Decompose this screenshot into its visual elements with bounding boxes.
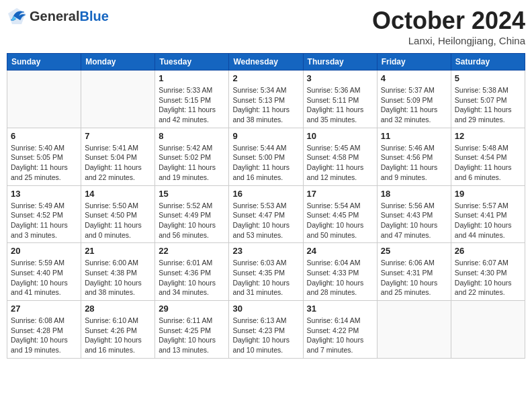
day-number: 25 (381, 246, 447, 256)
day-number: 13 (11, 189, 77, 199)
day-number: 2 (232, 73, 299, 83)
calendar-cell (7, 71, 81, 128)
day-info: Sunrise: 5:45 AM Sunset: 4:58 PM Dayligh… (307, 143, 373, 183)
weekday-header-row: SundayMondayTuesdayWednesdayThursdayFrid… (7, 54, 525, 71)
day-number: 5 (455, 73, 521, 83)
calendar-cell: 10Sunrise: 5:45 AM Sunset: 4:58 PM Dayli… (303, 128, 377, 185)
day-info: Sunrise: 5:56 AM Sunset: 4:43 PM Dayligh… (381, 201, 447, 240)
day-info: Sunrise: 6:04 AM Sunset: 4:33 PM Dayligh… (307, 258, 373, 298)
day-number: 17 (307, 189, 373, 199)
calendar-table: SundayMondayTuesdayWednesdayThursdayFrid… (7, 53, 525, 359)
day-info: Sunrise: 5:38 AM Sunset: 5:07 PM Dayligh… (455, 85, 521, 125)
calendar-cell: 23Sunrise: 6:03 AM Sunset: 4:35 PM Dayli… (229, 243, 303, 301)
title-block: October 2024 Lanxi, Heilongjiang, China (372, 7, 525, 46)
calendar-cell: 8Sunrise: 5:42 AM Sunset: 5:02 PM Daylig… (155, 128, 229, 185)
day-number: 18 (381, 189, 447, 199)
calendar-cell: 5Sunrise: 5:38 AM Sunset: 5:07 PM Daylig… (451, 71, 525, 128)
day-number: 3 (307, 73, 373, 83)
calendar-week-5: 27Sunrise: 6:08 AM Sunset: 4:28 PM Dayli… (7, 301, 525, 359)
calendar-week-4: 20Sunrise: 5:59 AM Sunset: 4:40 PM Dayli… (7, 243, 525, 301)
day-number: 22 (159, 246, 225, 256)
day-info: Sunrise: 6:10 AM Sunset: 4:26 PM Dayligh… (85, 316, 151, 355)
calendar-cell: 17Sunrise: 5:54 AM Sunset: 4:45 PM Dayli… (303, 185, 377, 243)
month-title: October 2024 (372, 7, 525, 35)
weekday-header-friday: Friday (377, 54, 451, 71)
day-number: 20 (11, 246, 77, 256)
day-number: 9 (232, 131, 299, 141)
day-info: Sunrise: 5:53 AM Sunset: 4:47 PM Dayligh… (232, 201, 299, 240)
day-info: Sunrise: 6:03 AM Sunset: 4:35 PM Dayligh… (232, 258, 299, 298)
location: Lanxi, Heilongjiang, China (372, 35, 525, 46)
weekday-header-sunday: Sunday (7, 54, 81, 71)
day-info: Sunrise: 5:59 AM Sunset: 4:40 PM Dayligh… (11, 258, 77, 298)
day-info: Sunrise: 6:14 AM Sunset: 4:22 PM Dayligh… (307, 316, 373, 355)
calendar-cell: 1Sunrise: 5:33 AM Sunset: 5:15 PM Daylig… (155, 71, 229, 128)
day-number: 7 (85, 131, 151, 141)
day-info: Sunrise: 5:41 AM Sunset: 5:04 PM Dayligh… (85, 143, 151, 183)
weekday-header-saturday: Saturday (451, 54, 525, 71)
calendar-week-1: 1Sunrise: 5:33 AM Sunset: 5:15 PM Daylig… (7, 71, 525, 128)
calendar-cell: 7Sunrise: 5:41 AM Sunset: 5:04 PM Daylig… (81, 128, 155, 185)
day-number: 28 (85, 304, 151, 314)
calendar-cell: 11Sunrise: 5:46 AM Sunset: 4:56 PM Dayli… (377, 128, 451, 185)
day-number: 21 (85, 246, 151, 256)
calendar-cell: 14Sunrise: 5:50 AM Sunset: 4:50 PM Dayli… (81, 185, 155, 243)
logo: GeneralBlue (7, 7, 109, 26)
calendar-cell (377, 301, 451, 359)
calendar-cell: 19Sunrise: 5:57 AM Sunset: 4:41 PM Dayli… (451, 185, 525, 243)
weekday-header-monday: Monday (81, 54, 155, 71)
calendar-cell: 16Sunrise: 5:53 AM Sunset: 4:47 PM Dayli… (229, 185, 303, 243)
calendar-cell: 24Sunrise: 6:04 AM Sunset: 4:33 PM Dayli… (303, 243, 377, 301)
calendar-cell: 28Sunrise: 6:10 AM Sunset: 4:26 PM Dayli… (81, 301, 155, 359)
day-number: 11 (381, 131, 447, 141)
day-info: Sunrise: 5:46 AM Sunset: 4:56 PM Dayligh… (381, 143, 447, 183)
day-number: 8 (159, 131, 225, 141)
calendar-cell: 13Sunrise: 5:49 AM Sunset: 4:52 PM Dayli… (7, 185, 81, 243)
calendar-cell: 29Sunrise: 6:11 AM Sunset: 4:25 PM Dayli… (155, 301, 229, 359)
calendar-cell: 21Sunrise: 6:00 AM Sunset: 4:38 PM Dayli… (81, 243, 155, 301)
weekday-header-tuesday: Tuesday (155, 54, 229, 71)
day-info: Sunrise: 5:37 AM Sunset: 5:09 PM Dayligh… (381, 85, 447, 125)
calendar-cell: 9Sunrise: 5:44 AM Sunset: 5:00 PM Daylig… (229, 128, 303, 185)
day-info: Sunrise: 5:40 AM Sunset: 5:05 PM Dayligh… (11, 143, 77, 183)
day-info: Sunrise: 5:50 AM Sunset: 4:50 PM Dayligh… (85, 201, 151, 240)
day-info: Sunrise: 5:36 AM Sunset: 5:11 PM Dayligh… (307, 85, 373, 125)
day-number: 15 (159, 189, 225, 199)
calendar-cell: 4Sunrise: 5:37 AM Sunset: 5:09 PM Daylig… (377, 71, 451, 128)
day-number: 23 (232, 246, 299, 256)
day-info: Sunrise: 5:34 AM Sunset: 5:13 PM Dayligh… (232, 85, 299, 125)
weekday-header-wednesday: Wednesday (229, 54, 303, 71)
day-number: 27 (11, 304, 77, 314)
weekday-header-thursday: Thursday (303, 54, 377, 71)
day-info: Sunrise: 5:44 AM Sunset: 5:00 PM Dayligh… (232, 143, 299, 183)
day-info: Sunrise: 6:01 AM Sunset: 4:36 PM Dayligh… (159, 258, 225, 298)
calendar-cell: 26Sunrise: 6:07 AM Sunset: 4:30 PM Dayli… (451, 243, 525, 301)
day-number: 30 (232, 304, 299, 314)
day-number: 4 (381, 73, 447, 83)
calendar-cell: 25Sunrise: 6:06 AM Sunset: 4:31 PM Dayli… (377, 243, 451, 301)
day-info: Sunrise: 5:57 AM Sunset: 4:41 PM Dayligh… (455, 201, 521, 240)
day-info: Sunrise: 6:06 AM Sunset: 4:31 PM Dayligh… (381, 258, 447, 298)
calendar-cell: 27Sunrise: 6:08 AM Sunset: 4:28 PM Dayli… (7, 301, 81, 359)
day-info: Sunrise: 5:48 AM Sunset: 4:54 PM Dayligh… (455, 143, 521, 183)
day-number: 10 (307, 131, 373, 141)
day-number: 19 (455, 189, 521, 199)
calendar-cell: 2Sunrise: 5:34 AM Sunset: 5:13 PM Daylig… (229, 71, 303, 128)
calendar-cell: 22Sunrise: 6:01 AM Sunset: 4:36 PM Dayli… (155, 243, 229, 301)
day-number: 12 (455, 131, 521, 141)
calendar-cell: 18Sunrise: 5:56 AM Sunset: 4:43 PM Dayli… (377, 185, 451, 243)
calendar-cell: 3Sunrise: 5:36 AM Sunset: 5:11 PM Daylig… (303, 71, 377, 128)
day-info: Sunrise: 5:52 AM Sunset: 4:49 PM Dayligh… (159, 201, 225, 240)
day-number: 14 (85, 189, 151, 199)
day-info: Sunrise: 5:54 AM Sunset: 4:45 PM Dayligh… (307, 201, 373, 240)
logo-blue: Blue (79, 9, 108, 24)
calendar-week-2: 6Sunrise: 5:40 AM Sunset: 5:05 PM Daylig… (7, 128, 525, 185)
calendar-cell: 30Sunrise: 6:13 AM Sunset: 4:23 PM Dayli… (229, 301, 303, 359)
calendar-cell: 15Sunrise: 5:52 AM Sunset: 4:49 PM Dayli… (155, 185, 229, 243)
logo-icon (7, 7, 27, 26)
day-info: Sunrise: 5:33 AM Sunset: 5:15 PM Dayligh… (159, 85, 225, 125)
logo-general: General (30, 9, 79, 24)
day-info: Sunrise: 5:42 AM Sunset: 5:02 PM Dayligh… (159, 143, 225, 183)
day-number: 31 (307, 304, 373, 314)
day-info: Sunrise: 6:11 AM Sunset: 4:25 PM Dayligh… (159, 316, 225, 355)
